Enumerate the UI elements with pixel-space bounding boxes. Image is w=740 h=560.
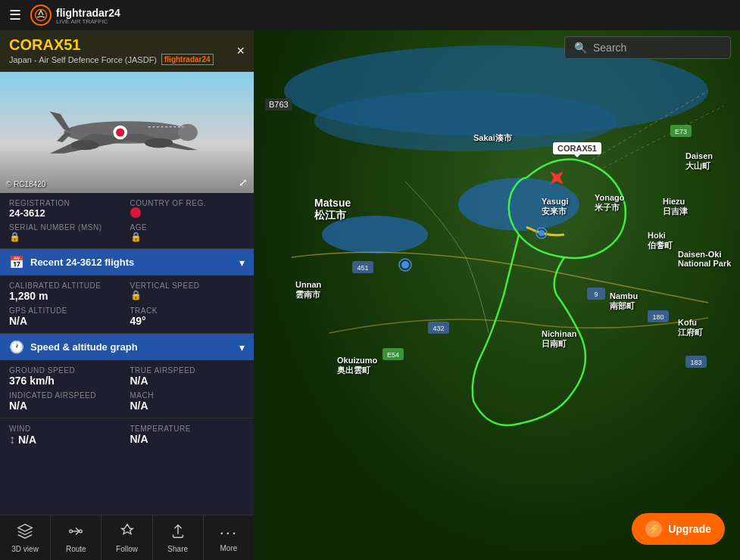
altitude-section: CALIBRATED ALTITUDE 1,280 m VERTICAL SPE… xyxy=(0,275,254,334)
svg-point-12 xyxy=(70,530,73,533)
true-airspeed-item: TRUE AIRSPEED N/A xyxy=(130,366,245,387)
mach-value: N/A xyxy=(130,400,245,412)
app-logo: flightradar24 LIVE AIR TRAFFIC xyxy=(30,5,120,26)
yasugi-label: Yasugi安来市 xyxy=(542,197,568,217)
calibrated-alt-label: CALIBRATED ALTITUDE xyxy=(9,282,124,290)
true-airspeed-label: TRUE AIRSPEED xyxy=(130,366,245,375)
hamburger-menu[interactable]: ☰ xyxy=(9,7,21,23)
navbar: ☰ flightradar24 LIVE AIR TRAFFIC xyxy=(0,0,740,30)
aircraft-silhouette xyxy=(29,87,226,178)
country-item: COUNTRY OF REG. xyxy=(130,199,245,219)
panel-scroll[interactable]: © RC18420 ⤢ REGISTRATION 24-3612 COUNTRY… xyxy=(0,72,254,560)
wind-section: WIND ↕ N/A TEMPERATURE N/A xyxy=(0,418,254,453)
registration-label: REGISTRATION xyxy=(9,199,124,207)
main-content: CORAX51 Japan - Air Self Defence Force (… xyxy=(0,30,740,560)
follow-label: Follow xyxy=(116,545,138,553)
true-airspeed-value: N/A xyxy=(130,375,245,387)
nav-follow[interactable]: Follow xyxy=(101,515,152,560)
svg-point-7 xyxy=(70,140,98,150)
flight-header: CORAX51 Japan - Air Self Defence Force (… xyxy=(0,30,254,72)
daisen-label: Daisen大山町 xyxy=(685,151,713,172)
fr24-badge: flightradar24 xyxy=(161,54,214,65)
calendar-icon: 📅 xyxy=(9,255,24,269)
share-label: Share xyxy=(167,545,188,553)
unnan-label: Unnan雲南市 xyxy=(295,280,321,300)
registration-section: REGISTRATION 24-3612 COUNTRY OF REG. SER… xyxy=(0,193,254,249)
yonago-label: Yonago米子市 xyxy=(595,193,625,213)
age-value: 🔒 xyxy=(130,232,245,242)
track-value: 49° xyxy=(130,315,245,327)
svg-point-36 xyxy=(401,261,409,269)
age-lock-icon: 🔒 xyxy=(130,232,142,242)
logo-icon xyxy=(30,5,52,26)
flight-header-left: CORAX51 Japan - Air Self Defence Force (… xyxy=(9,36,214,65)
wind-grid: WIND ↕ N/A TEMPERATURE N/A xyxy=(9,425,245,446)
hoki-label: Hoki伯耆町 xyxy=(648,231,673,251)
logo-text: flightradar24 xyxy=(56,7,120,19)
gps-alt-value: N/A xyxy=(9,315,124,327)
nav-3d-view[interactable]: 3D view xyxy=(0,515,51,560)
calibrated-alt-value: 1,280 m xyxy=(9,290,124,302)
indicated-airspeed-label: INDICATED AIRSPEED xyxy=(9,391,124,400)
aircraft-callsign-label: CORAX51 xyxy=(553,142,601,154)
daisen-oki-label: Daisen-OkiNational Park xyxy=(678,250,731,268)
flight-callsign: CORAX51 xyxy=(9,36,214,54)
speed-chevron-icon: ▾ xyxy=(239,341,245,353)
map-svg: 451 432 9 180 183 E54 E73 xyxy=(254,30,740,560)
indicated-airspeed-item: INDICATED AIRSPEED N/A xyxy=(9,391,124,412)
recent-flights-accordion[interactable]: 📅 Recent 24-3612 flights ▾ xyxy=(0,249,254,275)
3d-view-label: 3D view xyxy=(11,545,39,553)
svg-text:9: 9 xyxy=(594,291,598,298)
svg-text:432: 432 xyxy=(432,325,444,332)
matsue-label: Matsue松江市 xyxy=(314,197,351,222)
svg-point-10 xyxy=(116,128,124,136)
aircraft-image-container: © RC18420 ⤢ xyxy=(0,72,254,193)
speed-grid: GROUND SPEED 376 km/h TRUE AIRSPEED N/A … xyxy=(9,366,245,412)
gps-alt-item: GPS ALTITUDE N/A xyxy=(9,306,124,327)
nav-more[interactable]: ··· More xyxy=(204,515,254,560)
flight-airline: Japan - Air Self Defence Force (JASDF) f… xyxy=(9,54,214,65)
serial-value: 🔒 xyxy=(9,232,124,242)
speed-section-title: Speed & altitude graph xyxy=(30,341,233,353)
vertical-speed-value: 🔒 xyxy=(130,290,245,300)
more-icon: ··· xyxy=(220,523,238,543)
search-bar[interactable]: 🔍 Search xyxy=(564,36,731,59)
nav-share[interactable]: Share xyxy=(153,515,204,560)
kofu-label: Kofu江府町 xyxy=(678,318,703,338)
vs-lock-icon: 🔒 xyxy=(130,290,142,300)
svg-marker-5 xyxy=(57,132,71,142)
serial-item: SERIAL NUMBER (MSN) 🔒 xyxy=(9,223,124,242)
follow-icon xyxy=(119,523,136,543)
mach-label: MACH xyxy=(130,391,245,400)
upgrade-button[interactable]: ⚡ Upgrade xyxy=(632,513,725,545)
svg-marker-4 xyxy=(49,111,70,131)
wind-value: N/A xyxy=(18,434,36,446)
recent-flights-title: Recent 24-3612 flights xyxy=(30,257,233,268)
map-area[interactable]: 451 432 9 180 183 E54 E73 xyxy=(254,30,740,560)
map-background: 451 432 9 180 183 E54 E73 xyxy=(254,30,740,560)
search-text: Search xyxy=(593,42,626,54)
3d-view-icon xyxy=(17,523,33,543)
track-label: TRACK xyxy=(130,306,245,315)
speed-accordion[interactable]: 🕐 Speed & altitude graph ▾ xyxy=(0,334,254,360)
sakai-label: Sakai湊市 xyxy=(473,132,512,144)
wind-item: WIND ↕ N/A xyxy=(9,425,124,446)
nav-route[interactable]: Route xyxy=(51,515,101,560)
expand-icon[interactable]: ⤢ xyxy=(239,176,248,188)
wind-label: WIND xyxy=(9,425,124,433)
japan-flag xyxy=(130,207,141,218)
okuizumo-label: Okuizumo奥出雲町 xyxy=(337,356,377,376)
lock-icon: 🔒 xyxy=(9,232,20,242)
aircraft-image xyxy=(0,72,254,193)
gps-alt-label: GPS ALTITUDE xyxy=(9,306,124,315)
temperature-label: TEMPERATURE xyxy=(130,425,245,433)
registration-value: 24-3612 xyxy=(9,207,124,219)
close-button[interactable]: × xyxy=(236,44,245,58)
speed-section: GROUND SPEED 376 km/h TRUE AIRSPEED N/A … xyxy=(0,360,254,418)
ground-speed-item: GROUND SPEED 376 km/h xyxy=(9,366,124,387)
country-value xyxy=(130,207,245,218)
ground-speed-value: 376 km/h xyxy=(9,375,124,387)
hiezu-label: Hiezu日吉津 xyxy=(663,197,688,217)
share-icon xyxy=(170,523,186,543)
calibrated-alt-item: CALIBRATED ALTITUDE 1,280 m xyxy=(9,282,124,302)
